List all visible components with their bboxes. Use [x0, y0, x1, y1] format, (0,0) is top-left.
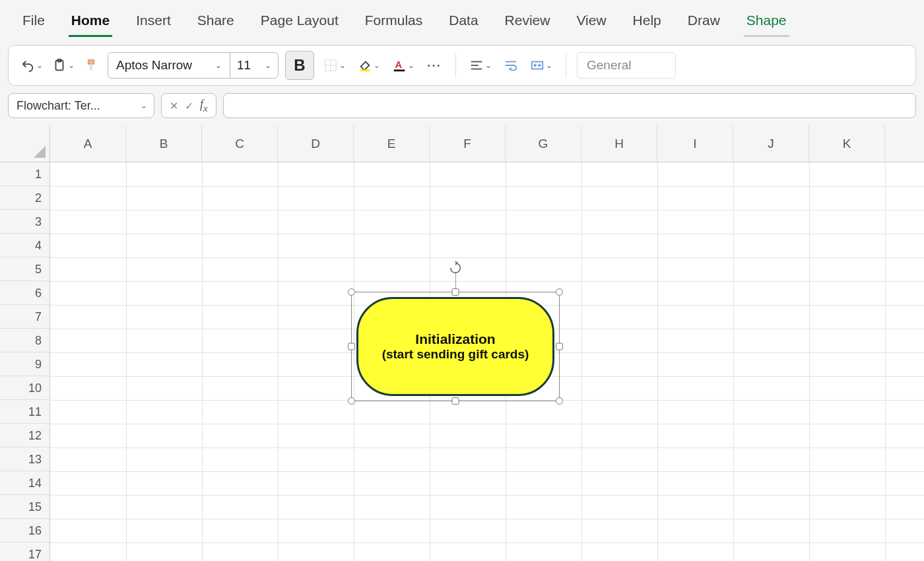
col-header[interactable]: K [809, 125, 885, 162]
tab-formulas[interactable]: Formulas [362, 9, 426, 37]
row-header[interactable]: 8 [0, 329, 50, 352]
col-header[interactable]: I [657, 125, 733, 162]
col-header[interactable]: D [278, 125, 354, 162]
tab-data[interactable]: Data [446, 9, 480, 37]
svg-text:A: A [395, 59, 403, 70]
borders-button[interactable]: ⌄ [321, 53, 348, 77]
tab-share[interactable]: Share [195, 9, 237, 37]
align-button[interactable]: ⌄ [467, 53, 494, 77]
formula-controls: ✕ ✓ fx [161, 93, 216, 118]
row-headers: 1 2 3 4 5 6 7 8 9 10 11 12 13 14 15 16 1… [0, 162, 50, 561]
row-header[interactable]: 14 [0, 471, 50, 495]
shape-title: Initialization [415, 331, 495, 347]
chevron-down-icon: ⌄ [485, 61, 492, 70]
wrap-text-button[interactable] [501, 53, 521, 77]
row-header[interactable]: 5 [0, 257, 50, 281]
undo-button[interactable]: ⌄ [18, 53, 46, 77]
column-headers: A B C D E F G H I J K [50, 125, 924, 162]
fill-bucket-icon [358, 58, 372, 73]
col-header[interactable]: E [354, 125, 430, 162]
font-name-value: Aptos Narrow [116, 58, 192, 73]
paintbrush-icon [84, 58, 98, 73]
svg-rect-9 [394, 69, 405, 71]
merge-icon [530, 58, 544, 73]
toolbar: ⌄ ⌄ Aptos Narrow ⌄ 11 ⌄ B ⌄ ⌄ A ⌄ ⋯ [8, 45, 916, 86]
formula-bar[interactable] [223, 93, 916, 118]
col-header[interactable]: G [506, 125, 581, 162]
clipboard-icon [52, 58, 67, 73]
fx-icon[interactable]: fx [200, 98, 208, 114]
tab-page-layout[interactable]: Page Layout [258, 9, 341, 37]
tab-file[interactable]: File [20, 9, 48, 37]
shape-body[interactable]: Initialization (start sending gift cards… [356, 297, 554, 396]
row-header[interactable]: 6 [0, 281, 50, 305]
col-header[interactable]: F [430, 125, 506, 162]
undo-icon [20, 58, 35, 73]
font-name-select[interactable]: Aptos Narrow ⌄ [108, 53, 230, 78]
bold-button[interactable]: B [285, 51, 314, 80]
chevron-down-icon: ⌄ [36, 61, 43, 70]
col-header[interactable]: H [581, 125, 657, 162]
row-header[interactable]: 10 [0, 376, 50, 400]
col-header[interactable]: B [126, 125, 202, 162]
chevron-down-icon: ⌄ [265, 61, 271, 70]
clipboard-button[interactable]: ⌄ [50, 53, 77, 77]
row-header[interactable]: 7 [0, 305, 50, 329]
format-painter-button[interactable] [81, 53, 101, 77]
row-header[interactable]: 16 [0, 519, 50, 543]
row-header[interactable]: 4 [0, 234, 50, 257]
col-header[interactable]: A [50, 125, 126, 162]
shape-subtitle: (start sending gift cards) [382, 347, 529, 362]
svg-rect-7 [360, 69, 370, 71]
accept-formula-button[interactable]: ✓ [185, 100, 193, 112]
tab-shape[interactable]: Shape [744, 9, 789, 37]
cancel-formula-button[interactable]: ✕ [170, 100, 178, 112]
chevron-down-icon: ⌄ [68, 61, 75, 70]
formula-row: Flowchart: Ter... ⌄ ✕ ✓ fx [8, 92, 916, 119]
row-header[interactable]: 2 [0, 186, 50, 210]
chevron-down-icon: ⌄ [339, 61, 346, 70]
rotate-handle[interactable] [448, 261, 463, 278]
row-header[interactable]: 11 [0, 400, 50, 424]
select-all-corner[interactable] [0, 125, 50, 162]
chevron-down-icon: ⌄ [215, 61, 222, 70]
font-color-button[interactable]: A ⌄ [389, 53, 417, 77]
row-header[interactable]: 3 [0, 210, 50, 234]
tab-insert[interactable]: Insert [133, 9, 174, 37]
font-color-icon: A [392, 58, 407, 73]
more-font-button[interactable]: ⋯ [424, 53, 445, 77]
divider [455, 53, 456, 77]
row-header[interactable]: 1 [0, 162, 50, 186]
row-header[interactable]: 12 [0, 424, 50, 447]
chevron-down-icon: ⌄ [374, 61, 380, 70]
chevron-down-icon: ⌄ [141, 101, 147, 110]
row-header[interactable]: 9 [0, 352, 50, 376]
row-header[interactable]: 13 [0, 447, 50, 471]
align-icon [469, 58, 484, 73]
flowchart-terminator-shape[interactable]: Initialization (start sending gift cards… [356, 297, 554, 396]
tab-home[interactable]: Home [69, 9, 112, 37]
row-header[interactable]: 17 [0, 543, 50, 561]
row-header[interactable]: 15 [0, 495, 50, 519]
chevron-down-icon: ⌄ [408, 61, 414, 70]
tab-help[interactable]: Help [630, 9, 664, 37]
fill-color-button[interactable]: ⌄ [355, 53, 383, 77]
rotate-icon [448, 261, 463, 275]
font-size-value: 11 [237, 58, 251, 73]
borders-icon [323, 58, 338, 73]
svg-rect-2 [88, 60, 94, 64]
number-format-select[interactable]: General [577, 52, 676, 79]
tab-view[interactable]: View [574, 9, 609, 37]
font-size-select[interactable]: 11 ⌄ [230, 53, 278, 78]
spreadsheet-grid: A B C D E F G H I J K 1 2 3 4 5 6 7 8 9 … [0, 125, 924, 561]
name-box-value: Flowchart: Ter... [16, 99, 100, 113]
chevron-down-icon: ⌄ [546, 61, 552, 70]
wrap-icon [504, 58, 518, 73]
name-box[interactable]: Flowchart: Ter... ⌄ [8, 93, 154, 118]
tab-review[interactable]: Review [502, 9, 553, 37]
col-header[interactable]: C [202, 125, 278, 162]
tab-draw[interactable]: Draw [685, 9, 723, 37]
col-header[interactable]: J [733, 125, 809, 162]
divider [566, 53, 566, 77]
merge-button[interactable]: ⌄ [527, 53, 555, 77]
